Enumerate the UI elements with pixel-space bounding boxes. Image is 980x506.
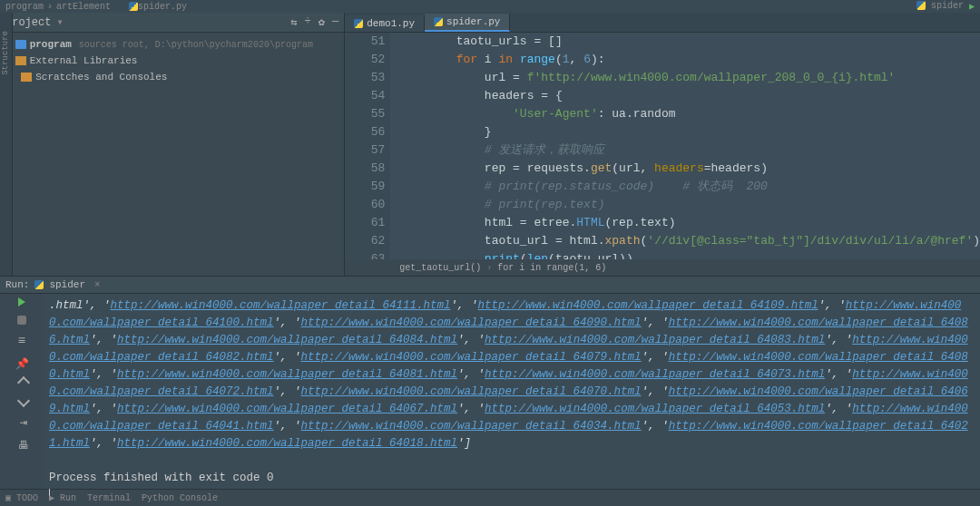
scroll-up-icon[interactable] [17,376,30,389]
status-bar: ▣ TODO ▶ Run Terminal Python Console [0,489,980,506]
run-toolwindow: ≡ 📌 ⇥ 🖶 .html', 'http://www.win4000.com/… [0,294,980,489]
library-icon [15,56,26,65]
python-icon [34,280,44,289]
console-link[interactable]: http://www.win4000.com/wallpaper_detail_… [117,437,457,450]
tree-root[interactable]: ▸ program sources root, D:\python\pychar… [5,36,338,53]
exit-line: Process finished with exit code 0 [49,472,274,484]
scroll-down-icon[interactable] [17,394,30,407]
folder-icon [15,40,26,49]
rail-label[interactable]: Structure [1,31,10,75]
tab-label: demo1.py [367,18,415,29]
console-link[interactable]: http://www.win4000.com/wallpaper_detail_… [485,334,825,346]
crumb-file: spider.py [138,2,187,12]
tree-label: External Libraries [30,55,138,66]
console-link[interactable]: http://www.win4000.com/wallpaper_detail_… [301,420,642,433]
editor-tabs: demo1.py spider.py [345,13,980,33]
tree-item[interactable]: ▸ External Libraries [5,53,338,69]
run-toolwindow-header: Run: spider × [0,276,980,294]
run-label: Run: [5,279,29,290]
wrap-icon[interactable]: ⇥ [20,414,27,430]
status-item[interactable]: Terminal [87,493,131,503]
code-content[interactable]: taotu_urls = [] for i in range(1, 6): ur… [390,33,980,259]
collapse-icon[interactable]: ⇆ [290,15,297,29]
tree-item[interactable]: Scratches and Consoles [5,69,338,85]
console-link[interactable]: http://www.win4000.com/wallpaper_detail_… [485,368,825,381]
editor-tab[interactable]: spider.py [425,14,510,32]
rerun-icon[interactable] [18,297,25,307]
editor-tab[interactable]: demo1.py [345,15,425,32]
crumb[interactable]: get_taotu_url() [399,263,481,273]
console-link[interactable]: http://www.win4000.com/wallpaper_detail_… [301,316,642,329]
crumb: artElement [56,2,111,12]
close-icon[interactable]: × [94,279,101,290]
status-item[interactable]: ▶ Run [49,492,76,503]
soft-wrap-icon[interactable]: ≡ [18,334,25,348]
hide-icon[interactable]: — [332,15,338,29]
python-icon [434,17,443,26]
status-item[interactable]: ▣ TODO [5,492,38,503]
scratch-icon [21,73,32,82]
run-icon[interactable]: ▶ [969,1,975,12]
console-link[interactable]: http://www.win4000.com/wallpaper_detail_… [117,334,457,346]
console-link[interactable]: http://www.win4000.com/wallpaper_detail_… [485,403,825,415]
stop-icon[interactable] [17,316,26,325]
run-toolbar: ≡ 📌 ⇥ 🖶 [0,294,44,489]
code-area[interactable]: 51525354555657585960616263 taotu_urls = … [345,33,980,259]
tree-label: Scratches and Consoles [35,72,167,83]
project-tree[interactable]: ▸ program sources root, D:\python\pychar… [0,33,344,89]
console-link[interactable]: http://www.win4000.com/wallpaper_detail_… [301,385,642,398]
console-link[interactable]: http://www.win4000.com/wallpaper_detail_… [478,299,818,312]
project-toolwindow-header: Project ▾ ⇆ ÷ ✿ — [0,13,344,33]
crumb[interactable]: for i in range(1, 6) [497,263,606,273]
console-output[interactable]: .html', 'http://www.win4000.com/wallpape… [44,294,980,489]
print-icon[interactable]: 🖶 [18,439,29,452]
pin-icon[interactable]: 📌 [15,357,29,371]
python-icon [129,2,138,11]
console-link[interactable]: http://www.win4000.com/wallpaper_detail_… [301,351,642,364]
editor: demo1.py spider.py 515253545556575859606… [345,13,980,276]
settings-icon[interactable]: ✿ [318,15,325,29]
crumb: program [5,2,44,12]
left-tool-rail: Structure [0,13,13,276]
tab-label: spider.py [446,16,500,27]
breadcrumb-bar: program › artElement spider.py spider ▶ [0,0,980,13]
project-toolwindow: Project ▾ ⇆ ÷ ✿ — ▸ program sources root… [0,13,345,276]
run-config[interactable]: spider [931,1,964,12]
python-icon [916,1,926,10]
line-gutter: 51525354555657585960616263 [345,33,390,259]
code-breadcrumb[interactable]: get_taotu_url() › for i in range(1, 6) [345,259,980,276]
console-link[interactable]: http://www.win4000.com/wallpaper_detail_… [111,299,451,312]
status-item[interactable]: Python Console [142,493,218,503]
python-icon [354,19,363,28]
console-link[interactable]: http://www.win4000.com/wallpaper_detail_… [117,368,457,381]
run-config-name[interactable]: spider [49,279,85,290]
console-link[interactable]: http://www.win4000.com/wallpaper_detail_… [117,403,457,415]
tree-label: program [30,39,72,50]
expand-icon[interactable]: ÷ [305,15,311,29]
tree-path: sources root, D:\python\pycharm2020\prog… [79,40,313,50]
